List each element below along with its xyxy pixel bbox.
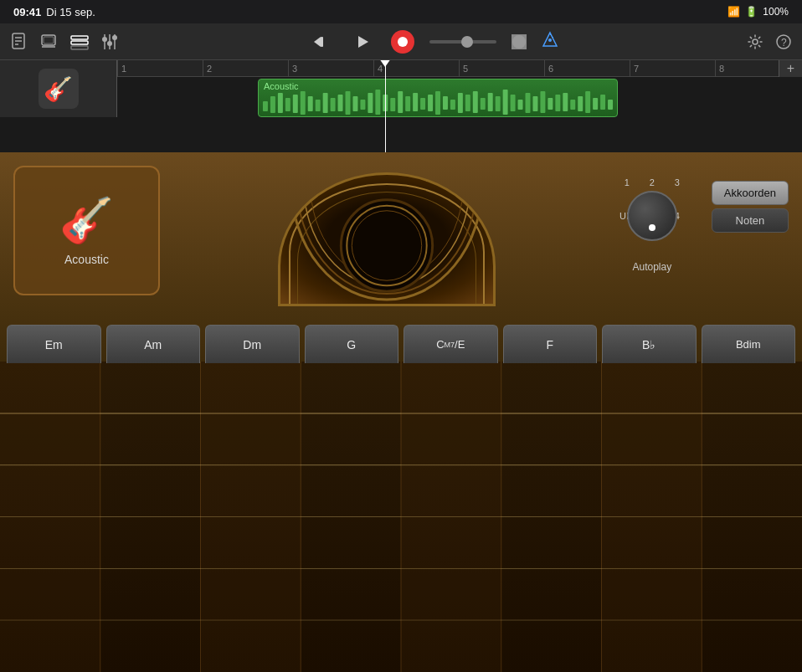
svg-rect-47 xyxy=(428,95,433,111)
toolbar-center xyxy=(119,28,747,55)
svg-rect-92 xyxy=(201,362,301,672)
svg-rect-68 xyxy=(585,91,590,113)
chord-cm7e-button[interactable]: CM7/E xyxy=(404,325,498,363)
mixer-button[interactable] xyxy=(100,33,119,51)
svg-rect-17 xyxy=(321,37,323,47)
svg-rect-54 xyxy=(481,98,486,110)
chord-dm-button[interactable]: Dm xyxy=(205,325,300,363)
noten-button[interactable]: Noten xyxy=(712,208,789,233)
chord-bdim-button[interactable]: Bdim xyxy=(702,325,796,363)
svg-rect-29 xyxy=(293,95,298,113)
svg-point-13 xyxy=(102,37,107,42)
svg-point-76 xyxy=(342,199,433,290)
soundhole-container xyxy=(173,174,601,304)
svg-rect-34 xyxy=(331,98,336,111)
record-button[interactable] xyxy=(391,30,414,54)
mode-buttons: Akkoorden Noten xyxy=(712,181,789,233)
svg-rect-28 xyxy=(285,98,290,111)
ruler-mark-7: 7 xyxy=(630,60,639,76)
svg-rect-46 xyxy=(420,98,425,110)
add-track-button[interactable]: + xyxy=(779,60,802,77)
svg-rect-70 xyxy=(600,95,605,110)
svg-rect-36 xyxy=(346,91,351,115)
track-content: Acoustic xyxy=(117,77,802,119)
instrument-panel: 🎸 Acoustic xyxy=(0,152,802,320)
help-button[interactable]: ? xyxy=(775,33,792,50)
akkoorden-button[interactable]: Akkoorden xyxy=(712,181,789,205)
play-button[interactable] xyxy=(349,28,376,55)
fretboard[interactable] xyxy=(0,362,802,672)
svg-rect-59 xyxy=(518,100,523,110)
chord-row: Em Am Dm G CM7/E F B♭ Bdim xyxy=(0,320,802,363)
status-time: 09:41 xyxy=(13,6,41,18)
svg-rect-26 xyxy=(270,96,275,113)
chord-g-button[interactable]: G xyxy=(305,325,399,363)
layers-button[interactable] xyxy=(40,33,59,51)
svg-rect-7 xyxy=(71,36,88,39)
toolbar-right: ? xyxy=(747,33,792,50)
svg-rect-53 xyxy=(473,91,478,113)
svg-rect-69 xyxy=(593,98,598,110)
svg-rect-5 xyxy=(44,37,54,44)
svg-rect-52 xyxy=(465,95,470,111)
svg-rect-9 xyxy=(71,46,88,49)
svg-rect-39 xyxy=(368,93,373,113)
volume-slider[interactable] xyxy=(429,40,496,44)
status-right: 📶 🔋 100% xyxy=(727,6,789,18)
master-volume-knob[interactable] xyxy=(512,34,527,49)
svg-rect-48 xyxy=(435,91,440,115)
svg-rect-93 xyxy=(401,362,501,672)
ruler-mark-8: 8 xyxy=(715,60,724,76)
svg-point-22 xyxy=(753,39,758,44)
svg-rect-64 xyxy=(555,95,560,111)
svg-rect-43 xyxy=(398,91,403,113)
svg-rect-37 xyxy=(352,96,357,111)
knob-indicator xyxy=(649,224,655,231)
svg-rect-62 xyxy=(540,91,545,113)
status-bar: 09:41 Di 15 sep. 📶 🔋 100% xyxy=(0,0,802,23)
svg-rect-66 xyxy=(570,100,575,110)
svg-rect-91 xyxy=(0,362,100,672)
new-document-button[interactable] xyxy=(10,33,28,51)
svg-rect-65 xyxy=(563,93,568,111)
settings-button[interactable] xyxy=(747,33,763,50)
svg-rect-67 xyxy=(578,96,583,111)
autoplay-num-3: 3 xyxy=(675,177,680,187)
track-list-button[interactable] xyxy=(70,33,89,51)
chord-em-button[interactable]: Em xyxy=(7,325,101,363)
autoplay-label: Autoplay xyxy=(632,261,671,273)
autoplay-knob[interactable] xyxy=(627,191,677,241)
svg-rect-63 xyxy=(548,98,553,110)
timeline-ruler: 1 2 3 4 5 6 7 8 xyxy=(117,60,802,77)
svg-rect-27 xyxy=(278,93,283,113)
svg-rect-31 xyxy=(308,96,313,111)
svg-marker-18 xyxy=(358,36,368,48)
guitar-area: 🎸 Acoustic xyxy=(0,152,802,672)
soundhole xyxy=(278,172,496,306)
status-date: Di 15 sep. xyxy=(46,6,95,18)
metronome-button[interactable] xyxy=(542,31,558,52)
rewind-button[interactable] xyxy=(307,28,334,55)
svg-rect-50 xyxy=(450,100,455,110)
autoplay-grid: 1 2 3 UIT 4 xyxy=(614,174,690,258)
audio-region[interactable]: Acoustic xyxy=(258,79,618,117)
track-header[interactable]: 🎸 xyxy=(0,60,117,117)
chord-am-button[interactable]: Am xyxy=(106,325,201,363)
svg-rect-25 xyxy=(263,101,268,111)
ruler-mark-6: 6 xyxy=(544,60,553,76)
svg-rect-45 xyxy=(413,93,418,111)
svg-rect-33 xyxy=(323,93,328,113)
svg-rect-60 xyxy=(526,93,531,113)
battery-icon: 🔋 xyxy=(745,6,758,18)
ruler-marks: 1 2 3 4 5 6 7 8 xyxy=(117,60,802,76)
instrument-card[interactable]: 🎸 Acoustic xyxy=(13,166,160,295)
svg-rect-44 xyxy=(405,96,410,111)
toolbar-left xyxy=(10,33,119,51)
svg-rect-42 xyxy=(390,98,395,111)
svg-rect-51 xyxy=(458,93,463,113)
svg-rect-40 xyxy=(375,90,380,115)
ruler-mark-5: 5 xyxy=(459,60,468,76)
svg-rect-58 xyxy=(511,95,516,111)
chord-bb-button[interactable]: B♭ xyxy=(602,325,697,363)
chord-f-button[interactable]: F xyxy=(503,325,598,363)
